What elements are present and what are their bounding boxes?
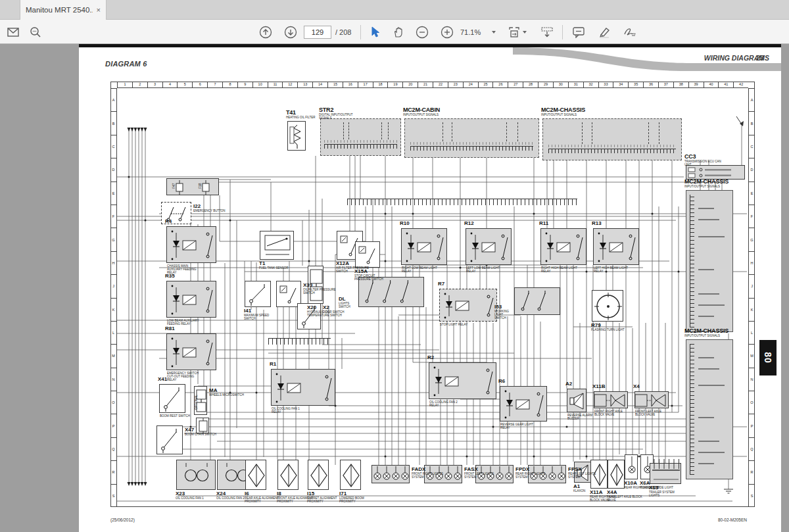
pdf-page-canvas[interactable]: DIAGRAM 6 WIRING DIAGRAMS 23 12345678910… xyxy=(79,44,781,532)
zoom-search-icon[interactable] xyxy=(28,24,43,40)
mail-icon[interactable] xyxy=(5,24,21,40)
component-combh xyxy=(268,338,331,345)
component-X23 xyxy=(176,460,216,490)
comment-icon[interactable] xyxy=(571,24,586,40)
component-T41 xyxy=(287,121,306,151)
component-X4 xyxy=(634,391,669,408)
zoom-out-button[interactable] xyxy=(414,24,430,40)
zoom-in-button[interactable] xyxy=(439,24,455,40)
component-I53 xyxy=(514,287,560,315)
component-R1 xyxy=(271,369,335,406)
page-up-button[interactable] xyxy=(258,24,274,40)
zoom-level-value[interactable]: 71.1% xyxy=(460,28,481,36)
select-cursor-icon[interactable] xyxy=(367,24,383,40)
component-MA xyxy=(194,386,207,415)
component-I41 xyxy=(245,281,271,307)
component-X2 xyxy=(297,303,321,329)
component-I15 xyxy=(308,460,329,490)
component-I8 xyxy=(277,460,299,490)
component-MC2M-CHASSIS xyxy=(686,190,733,332)
tab-title: Manitou MRT 2540... xyxy=(26,6,93,14)
component-X47 xyxy=(156,425,183,454)
component-MC2M-CHASSIS xyxy=(542,118,682,160)
component-FADX xyxy=(371,465,410,483)
component-fusebox: F47 F18 xyxy=(166,178,219,195)
toolbar-collapse-icon[interactable] xyxy=(539,24,555,40)
component-R7 xyxy=(439,289,497,322)
component-FASX xyxy=(424,465,462,483)
toolbar-divider xyxy=(562,25,563,39)
component-STR2 xyxy=(320,118,401,156)
component-X13 xyxy=(650,463,681,484)
component-R35 xyxy=(166,281,216,318)
tab-bar: Manitou MRT 2540... × xyxy=(0,0,789,20)
page-number-input[interactable]: 129 xyxy=(304,26,331,39)
component-R2 xyxy=(429,362,496,399)
svg-text:F47: F47 xyxy=(172,183,176,189)
component-R6 xyxy=(500,386,547,422)
page-down-button[interactable] xyxy=(283,24,299,40)
component-X11A xyxy=(590,460,608,489)
component-X4A xyxy=(608,460,625,489)
fit-caret-icon[interactable] xyxy=(523,31,527,34)
svg-text:F18: F18 xyxy=(198,183,202,189)
component-A1 xyxy=(574,462,591,483)
component-R81 xyxy=(166,333,216,370)
component-R13 xyxy=(593,228,639,265)
zoom-caret-icon[interactable] xyxy=(492,31,496,34)
component-A2 xyxy=(567,389,586,412)
component-I6 xyxy=(245,460,266,490)
tab-close-icon[interactable]: × xyxy=(97,6,101,14)
component-I71 xyxy=(340,460,361,490)
component-MC2M-CHASSIS xyxy=(686,339,733,479)
hand-pan-icon[interactable] xyxy=(391,24,406,40)
component-R4 xyxy=(166,226,216,263)
component-X10A xyxy=(625,454,638,479)
fill-sign-icon[interactable] xyxy=(622,24,638,40)
component-X41 xyxy=(159,384,185,413)
component-I22 xyxy=(161,202,191,224)
component-X20 xyxy=(308,266,323,304)
toolbar-divider xyxy=(360,25,361,39)
highlighter-icon[interactable] xyxy=(597,24,613,40)
component-R12 xyxy=(466,228,512,265)
toolbar: 129 / 208 71.1% xyxy=(0,20,789,44)
component-FPDX xyxy=(475,465,514,483)
component-X11B xyxy=(594,391,628,408)
component-T1 xyxy=(260,231,294,260)
component-R10 xyxy=(401,228,447,265)
component-FPSX xyxy=(528,465,566,483)
fit-page-icon[interactable] xyxy=(506,24,522,40)
document-tab[interactable]: Manitou MRT 2540... × xyxy=(20,0,107,20)
component-CC3 xyxy=(686,165,745,180)
component-R11 xyxy=(540,228,586,265)
component-DL xyxy=(358,277,424,307)
component-X15A xyxy=(355,241,380,268)
component-combh xyxy=(347,199,577,205)
component-MC2M-CABIN xyxy=(404,118,539,158)
page-total-label: / 208 xyxy=(335,28,351,36)
component-R79 xyxy=(592,290,623,322)
component-F18 xyxy=(196,418,209,433)
